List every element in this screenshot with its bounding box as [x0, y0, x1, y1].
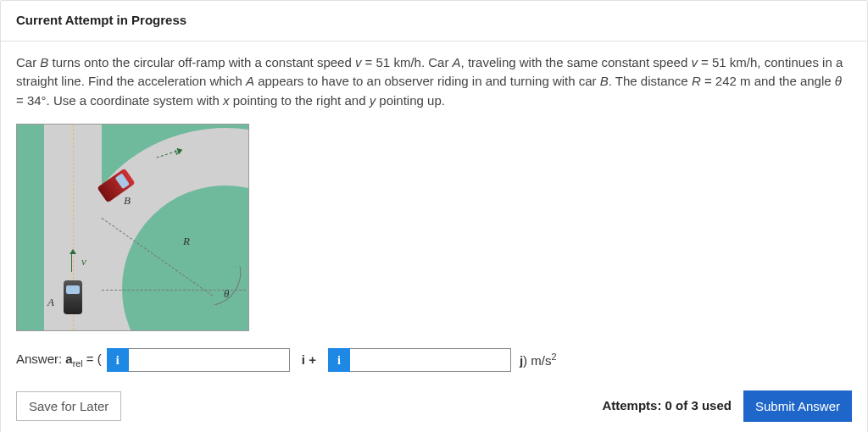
label-r: R	[183, 233, 190, 250]
info-icon[interactable]: i	[328, 348, 350, 372]
problem-figure: A B R θ v v	[16, 124, 249, 331]
answer-lead: Answer: arel = (	[16, 350, 102, 370]
label-v-b: v	[175, 143, 180, 160]
j-component-input[interactable]	[350, 348, 511, 372]
problem-statement: Car B turns onto the circular off-ramp w…	[16, 53, 852, 111]
attempts-text: Attempts: 0 of 3 used	[602, 396, 732, 416]
car-a-icon	[64, 280, 82, 314]
answer-tail: j) m/s2	[516, 350, 557, 371]
v-arrow-a	[71, 252, 72, 272]
save-for-later-button[interactable]: Save for Later	[16, 391, 121, 421]
answer-row: Answer: arel = ( i i + i j) m/s2	[16, 348, 852, 372]
answer-mid: i +	[295, 351, 323, 370]
label-theta: θ	[224, 285, 229, 302]
submit-answer-button[interactable]: Submit Answer	[743, 390, 852, 422]
i-component-input[interactable]	[129, 348, 290, 372]
label-b: B	[124, 192, 131, 209]
label-v-a: v	[81, 253, 86, 270]
info-icon[interactable]: i	[107, 348, 129, 372]
section-header: Current Attempt in Progress	[1, 1, 867, 42]
label-a: A	[47, 294, 54, 311]
